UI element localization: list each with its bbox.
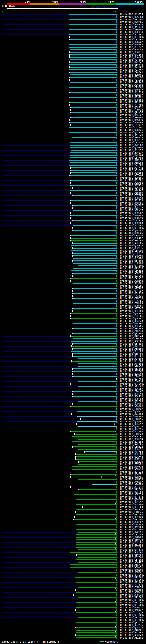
alignment-bar[interactable] [76, 502, 116, 502]
hit-label[interactable]: UniRef100_A0C8A6 [120, 551, 143, 554]
alignment-bar[interactable] [78, 482, 116, 482]
alignment-bar[interactable] [76, 590, 116, 590]
alignment-bar[interactable] [69, 130, 116, 130]
alignment-bar[interactable] [78, 381, 116, 382]
alignment-bar[interactable] [73, 290, 116, 291]
hit-label[interactable]: UniRef100_P93767 [120, 68, 143, 71]
alignment-bar[interactable] [78, 472, 116, 472]
hit-label[interactable]: UniRef100_Q6WRX4 [120, 538, 143, 541]
hit-label[interactable]: UniRef100_Q2R030 [120, 460, 143, 463]
alignment-bar[interactable] [71, 270, 116, 271]
hit-label[interactable]: UniRef100_B3LLV0 [120, 393, 143, 395]
alignment-bar[interactable] [73, 308, 116, 309]
hit-label[interactable]: UniRef100_B0DAX7 [120, 237, 143, 240]
alignment-bar[interactable] [72, 288, 116, 289]
alignment-bar[interactable] [70, 152, 116, 153]
hit-label[interactable]: UniRef100_Q2XPZ4 [120, 320, 143, 322]
alignment-bar[interactable] [70, 203, 116, 203]
alignment-bar[interactable] [76, 499, 116, 500]
alignment-bar[interactable] [76, 537, 116, 538]
hit-label[interactable]: UniRef100_A1D489 [120, 192, 143, 194]
alignment-bar[interactable] [73, 356, 116, 356]
hit-label[interactable]: UniRef100_C6TMP3 [120, 156, 143, 159]
hit-label[interactable]: UniRef100_C1BTY5 [120, 418, 143, 420]
hit-label[interactable]: UniRef100_A6N038 [120, 136, 143, 139]
hit-label[interactable]: UniRef100_B9RIA7 [120, 94, 143, 96]
alignment-bar[interactable] [71, 313, 116, 314]
alignment-bar[interactable] [70, 100, 116, 100]
hit-label[interactable]: UniRef100_Q41970 [120, 26, 143, 28]
alignment-bar[interactable] [77, 409, 116, 410]
alignment-bar[interactable] [76, 637, 116, 638]
hit-label[interactable]: UniRef100_A8Q4E7 [120, 561, 143, 564]
hit-label[interactable]: UniRef100_Q2XPZ3 [120, 345, 143, 348]
hit-label[interactable]: UniRef100_Q6BPN0 [120, 352, 143, 355]
hit-label[interactable]: UniRef100_UPI000.. [120, 430, 146, 433]
hit-label[interactable]: UniRef100_A8XZM1 [120, 636, 143, 639]
alignment-bar[interactable] [70, 92, 116, 93]
hit-label[interactable]: UniRef100_B9GWA4 [120, 28, 143, 31]
alignment-bar[interactable] [70, 142, 116, 143]
hit-label[interactable]: UniRef100_Q2PEW6 [120, 146, 143, 149]
hit-label[interactable]: UniRef100_P04710 [120, 395, 143, 398]
hit-label[interactable]: UniRef100_P27081 [120, 58, 143, 61]
hit-label[interactable]: UniRef100_B7FFK0 [120, 491, 143, 493]
alignment-bar[interactable] [73, 348, 116, 349]
alignment-bar[interactable] [70, 84, 116, 85]
alignment-bar[interactable] [71, 318, 116, 319]
hit-label[interactable]: UniRef100_B0XP31 [120, 184, 143, 187]
alignment-bar[interactable] [73, 258, 116, 258]
hit-label[interactable]: UniRef100_A8WWJ8 [120, 591, 143, 594]
hit-label[interactable]: UniRef100_A5E290 [120, 348, 143, 350]
alignment-bar[interactable] [74, 595, 116, 595]
hit-label[interactable]: UniRef100_B4G0F4 [120, 121, 143, 124]
hit-label[interactable]: UniRef100_Q6QRN9 [120, 554, 143, 556]
hit-label[interactable]: UniRef100_Q875W5 [120, 342, 143, 345]
alignment-bar[interactable] [70, 80, 116, 80]
alignment-bar[interactable] [70, 567, 116, 568]
alignment-bar[interactable] [70, 62, 116, 62]
alignment-bar[interactable] [70, 474, 116, 475]
hit-label[interactable]: UniRef100_Q41628 [120, 134, 143, 136]
alignment-bar[interactable] [73, 298, 116, 299]
alignment-bar[interactable] [70, 145, 116, 146]
hit-label[interactable]: UniRef100_B2B1H6 [120, 176, 143, 179]
hit-label[interactable]: UniRef100_UPI000.. [120, 619, 146, 622]
hit-label[interactable]: UniRef100_P18238 [120, 330, 143, 332]
alignment-bar[interactable] [71, 346, 116, 346]
alignment-bar[interactable] [69, 64, 116, 65]
hit-label[interactable]: UniRef100_Q6FUE0 [120, 310, 143, 312]
hit-label[interactable]: UniRef100_C5P936 [120, 234, 143, 237]
alignment-bar[interactable] [78, 429, 116, 430]
alignment-bar[interactable] [78, 479, 116, 480]
alignment-bar[interactable] [78, 587, 116, 588]
hit-label[interactable]: UniRef100_B9WH01 [120, 305, 143, 307]
alignment-bar[interactable] [70, 170, 116, 171]
alignment-bar[interactable] [70, 175, 116, 176]
alignment-bar[interactable] [70, 49, 116, 50]
alignment-bar[interactable] [73, 228, 116, 228]
alignment-bar[interactable] [76, 554, 116, 555]
alignment-bar[interactable] [70, 552, 116, 552]
alignment-bar[interactable] [69, 132, 116, 133]
hit-label[interactable]: UniRef100_A7TP97 [120, 287, 143, 290]
alignment-bar[interactable] [76, 607, 116, 608]
alignment-bar[interactable] [76, 584, 116, 585]
alignment-bar[interactable] [71, 431, 115, 432]
hit-label[interactable]: UniRef100_Q5ZMJ6 [120, 624, 143, 626]
alignment-bar[interactable] [76, 542, 116, 542]
alignment-bar[interactable] [77, 388, 116, 389]
alignment-bar[interactable] [78, 570, 116, 570]
alignment-bar[interactable] [71, 125, 116, 126]
alignment-bar[interactable] [70, 192, 116, 193]
alignment-bar[interactable] [79, 462, 116, 462]
alignment-bar[interactable] [73, 260, 116, 261]
hit-label[interactable]: UniRef100_B7TJH3 [120, 632, 143, 634]
alignment-bar[interactable] [69, 165, 116, 166]
hit-label[interactable]: UniRef100_Q9P875 [120, 247, 143, 250]
hit-label[interactable]: UniRef100_Q6IP28 [120, 622, 143, 624]
alignment-bar[interactable] [76, 514, 116, 515]
hit-label[interactable]: UniRef100_Q2XTC3 [120, 66, 143, 68]
hit-label[interactable]: UniRef100_A7NZS8 [120, 44, 143, 46]
hit-label[interactable]: UniRef100_Q0URL3 [120, 222, 143, 224]
